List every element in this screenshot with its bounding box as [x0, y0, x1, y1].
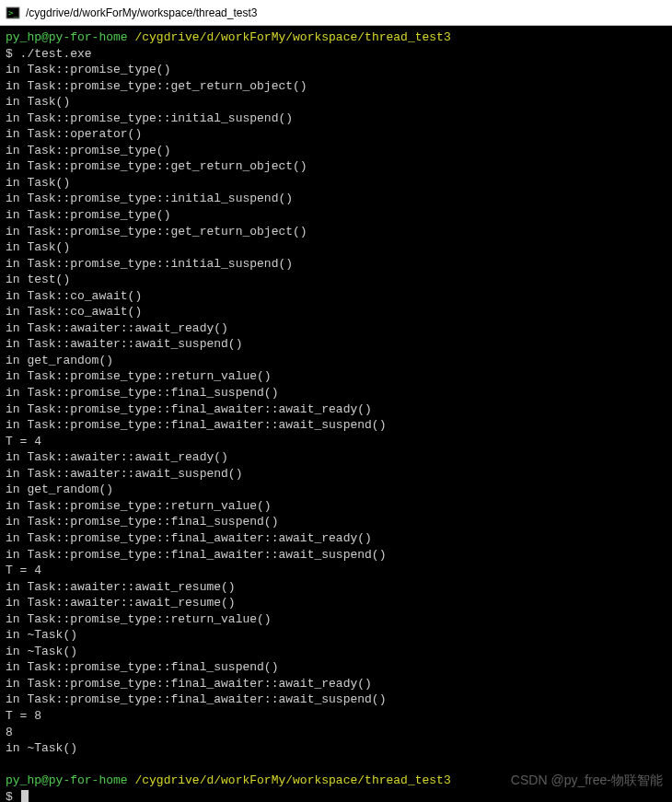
- window-title: /cygdrive/d/workForMy/workspace/thread_t…: [26, 6, 257, 19]
- output-line: in get_random(): [6, 353, 666, 369]
- prompt-cursor-line[interactable]: $: [6, 789, 666, 802]
- current-directory: /cygdrive/d/workForMy/workspace/thread_t…: [134, 773, 450, 787]
- output-line: in ~Task(): [6, 644, 666, 660]
- prompt-line: py_hp@py-for-home /cygdrive/d/workForMy/…: [6, 29, 666, 46]
- user-host: py_hp@py-for-home: [6, 30, 128, 44]
- output-line: in Task::awaiter::await_ready(): [6, 320, 666, 337]
- output-line: in ~Task(): [6, 740, 666, 757]
- output-line: in Task::promise_type::final_awaiter::aw…: [6, 692, 666, 708]
- output-line: in Task::promise_type::final_suspend(): [6, 385, 666, 401]
- output-line: in Task::promise_type::get_return_object…: [6, 224, 666, 240]
- output-line: 8: [6, 725, 666, 741]
- output-line: in test(): [6, 272, 666, 288]
- output-line: in Task::promise_type::initial_suspend(): [6, 256, 666, 273]
- output-line: in Task::co_await(): [6, 304, 666, 320]
- output-line: T = 4: [6, 434, 666, 450]
- output-line: in Task::awaiter::await_resume(): [6, 595, 666, 611]
- output-line: in Task::promise_type::get_return_object…: [6, 78, 666, 95]
- blank-line: [6, 757, 666, 773]
- output-line: in Task::promise_type::return_value(): [6, 368, 666, 385]
- output-line: in Task(): [6, 239, 666, 256]
- output-line: in Task::promise_type::final_awaiter::aw…: [6, 547, 666, 564]
- output-line: in ~Task(): [6, 627, 666, 644]
- prompt-line: py_hp@py-for-home /cygdrive/d/workForMy/…: [6, 773, 666, 789]
- output-line: in Task::promise_type::return_value(): [6, 611, 666, 628]
- output-line: in Task::promise_type(): [6, 62, 666, 78]
- output-line: in Task::promise_type::final_awaiter::aw…: [6, 676, 666, 692]
- output-line: in Task::awaiter::await_resume(): [6, 579, 666, 596]
- output-line: in get_random(): [6, 482, 666, 498]
- window-title-bar: >_ /cygdrive/d/workForMy/workspace/threa…: [0, 0, 672, 26]
- output-line: in Task::co_await(): [6, 288, 666, 305]
- output-line: in Task::promise_type::get_return_object…: [6, 158, 666, 175]
- output-container: in Task::promise_type()in Task::promise_…: [6, 62, 666, 757]
- output-line: in Task::promise_type::return_value(): [6, 498, 666, 515]
- terminal-area[interactable]: py_hp@py-for-home /cygdrive/d/workForMy/…: [0, 26, 672, 802]
- output-line: in Task::awaiter::await_suspend(): [6, 336, 666, 353]
- output-line: in Task::promise_type::final_awaiter::aw…: [6, 530, 666, 547]
- output-line: in Task::promise_type::initial_suspend(): [6, 110, 666, 127]
- output-line: in Task::awaiter::await_suspend(): [6, 466, 666, 482]
- user-host: py_hp@py-for-home: [6, 773, 128, 787]
- prompt-dollar: $: [6, 790, 20, 802]
- terminal-icon: >_: [6, 6, 20, 20]
- output-line: in Task::operator(): [6, 126, 666, 143]
- svg-text:>_: >_: [8, 8, 18, 17]
- command-line: $ ./test.exe: [6, 46, 666, 63]
- cursor-icon: [21, 790, 29, 802]
- output-line: in Task::promise_type::final_awaiter::aw…: [6, 417, 666, 434]
- output-line: in Task(): [6, 94, 666, 110]
- output-line: T = 4: [6, 563, 666, 579]
- output-line: in Task(): [6, 175, 666, 192]
- output-line: in Task::promise_type(): [6, 143, 666, 159]
- output-line: in Task::promise_type::final_awaiter::aw…: [6, 401, 666, 418]
- output-line: in Task::awaiter::await_ready(): [6, 449, 666, 466]
- output-line: in Task::promise_type::final_suspend(): [6, 659, 666, 676]
- output-line: T = 8: [6, 708, 666, 725]
- output-line: in Task::promise_type::final_suspend(): [6, 514, 666, 530]
- current-directory: /cygdrive/d/workForMy/workspace/thread_t…: [134, 30, 450, 44]
- output-line: in Task::promise_type::initial_suspend(): [6, 191, 666, 207]
- output-line: in Task::promise_type(): [6, 207, 666, 224]
